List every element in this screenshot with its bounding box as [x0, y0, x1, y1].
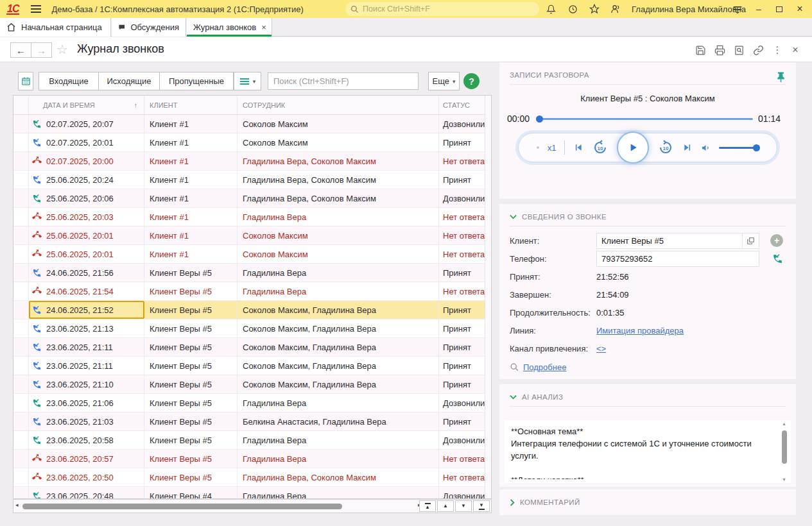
- table-row[interactable]: 23.06.2025, 21:11 Клиент Веры #5 Соколов…: [13, 338, 491, 357]
- forward-10-icon[interactable]: 10: [657, 139, 674, 156]
- table-row[interactable]: 02.07.2025, 20:00 Клиент #1 Гладилина Ве…: [13, 152, 491, 171]
- field-client: Клиент: Клиент Веры #5 +: [510, 232, 786, 250]
- comment-header[interactable]: КОММЕНТАРИЙ: [499, 489, 796, 511]
- scroll-up-icon[interactable]: ▲: [782, 421, 786, 426]
- svg-text:10: 10: [598, 146, 604, 151]
- minimize-icon[interactable]: –: [753, 3, 764, 15]
- table-row[interactable]: 23.06.2025, 21:06 Клиент Веры #5 Гладили…: [13, 394, 491, 412]
- progress-handle[interactable]: [536, 115, 543, 123]
- scroll-down-icon[interactable]: ▼: [782, 477, 786, 482]
- save-icon[interactable]: [695, 44, 706, 56]
- table-row[interactable]: 25.06.2025, 20:01 Клиент #1 Соколов Макс…: [13, 226, 491, 245]
- more-actions-icon[interactable]: ⋮: [772, 44, 783, 56]
- main-content: Входящие Исходящие Пропущенные ▾ Еще ▾ ?…: [0, 62, 812, 526]
- horizontal-scrollbar-thumb[interactable]: [22, 504, 342, 509]
- row-up-button[interactable]: ▲: [437, 500, 454, 512]
- main-menu-icon[interactable]: [31, 5, 41, 13]
- channel-link[interactable]: <>: [596, 344, 606, 353]
- table-row[interactable]: 23.06.2025, 20:58 Клиент Веры #5 Гладили…: [13, 431, 491, 450]
- ai-scrollbar[interactable]: ▲ ▼: [781, 421, 788, 482]
- period-calendar-button[interactable]: [18, 72, 33, 90]
- list-search-input[interactable]: [268, 72, 419, 90]
- print-icon[interactable]: [714, 44, 725, 56]
- table-row[interactable]: 25.06.2025, 20:06 Клиент #1 Гладилина Ве…: [13, 189, 491, 208]
- table-row[interactable]: 24.06.2025, 21:52 Клиент Веры #5 Соколов…: [13, 301, 491, 319]
- play-button[interactable]: [617, 132, 649, 164]
- drag-dot-icon: [537, 146, 539, 149]
- row-down-button[interactable]: ▼: [455, 500, 472, 512]
- table-row[interactable]: 02.07.2025, 20:07 Клиент #1 Соколов Макс…: [13, 115, 491, 133]
- maximize-icon[interactable]: [773, 3, 785, 15]
- go-last-row-button[interactable]: ▼: [473, 500, 490, 512]
- global-search[interactable]: [345, 2, 539, 16]
- current-user-name[interactable]: Гладилина Вера Михайловна: [632, 4, 746, 14]
- forward-button[interactable]: →: [31, 42, 52, 58]
- table-row[interactable]: 24.06.2025, 21:56 Клиент Веры #5 Гладили…: [13, 264, 491, 282]
- scroll-left-icon[interactable]: ◂: [15, 502, 19, 508]
- skip-previous-icon[interactable]: [573, 142, 583, 153]
- get-link-icon[interactable]: [752, 44, 764, 56]
- history-icon[interactable]: [567, 3, 578, 15]
- table-row[interactable]: 25.06.2025, 20:01 Клиент #1 Соколов Макс…: [13, 245, 491, 264]
- ai-scrollbar-thumb[interactable]: [782, 430, 787, 464]
- field-channel: Канал привлечения: <>: [510, 339, 786, 357]
- tab-home[interactable]: Начальная страница: [0, 18, 111, 37]
- home-icon: [6, 22, 16, 32]
- call-type-icon: [31, 286, 42, 296]
- rewind-10-icon[interactable]: 10: [592, 139, 609, 156]
- favorites-star-icon[interactable]: [589, 3, 600, 15]
- table-row[interactable]: 02.07.2025, 20:01 Клиент #1 Соколов Макс…: [13, 133, 491, 152]
- details-link[interactable]: Подробнее: [523, 362, 566, 372]
- more-button[interactable]: Еще ▾: [428, 72, 460, 90]
- column-header-status[interactable]: СТАТУС: [439, 96, 486, 114]
- back-button[interactable]: ←: [10, 42, 31, 58]
- tab-close-icon[interactable]: ×: [261, 22, 266, 32]
- preview-search-icon[interactable]: [733, 44, 745, 56]
- service-menu-icon[interactable]: [732, 3, 743, 15]
- pin-icon[interactable]: [776, 71, 786, 85]
- filter-outgoing-button[interactable]: Исходящие: [98, 72, 159, 90]
- table-row[interactable]: 23.06.2025, 21:03 Клиент Веры #5 Белкина…: [13, 412, 491, 431]
- vertical-scrollbar[interactable]: [485, 96, 491, 499]
- add-client-button[interactable]: +: [770, 234, 783, 247]
- table-row[interactable]: 25.06.2025, 20:03 Клиент #1 Гладилина Ве…: [13, 208, 491, 226]
- call-details-header[interactable]: СВЕДЕНИЯ О ЗВОНКЕ: [499, 204, 796, 226]
- window-close-icon[interactable]: ×: [794, 3, 806, 15]
- table-row[interactable]: 23.06.2025, 20:48 Клиент Веры #4 Гладили…: [13, 487, 491, 499]
- progress-slider[interactable]: [537, 118, 753, 120]
- line-link[interactable]: Имитация провайдера: [596, 326, 684, 335]
- table-row[interactable]: 23.06.2025, 21:11 Клиент Веры #5 Соколов…: [13, 357, 491, 375]
- playback-speed-button[interactable]: x1: [548, 143, 557, 153]
- filter-missed-button[interactable]: Пропущенные: [159, 72, 234, 90]
- tab-call-journal[interactable]: Журнал звонков ×: [187, 18, 272, 37]
- table-row[interactable]: 23.06.2025, 20:50 Клиент Веры #5 Гладили…: [13, 468, 491, 487]
- users-icon[interactable]: [610, 3, 621, 15]
- column-header-client[interactable]: КЛИЕНТ: [144, 96, 238, 114]
- table-row[interactable]: 24.06.2025, 21:54 Клиент Веры #5 Гладили…: [13, 282, 491, 301]
- volume-icon[interactable]: [701, 143, 711, 153]
- table-row[interactable]: 23.06.2025, 21:13 Клиент Веры #5 Соколов…: [13, 319, 491, 338]
- help-button[interactable]: ?: [463, 73, 479, 89]
- table-row[interactable]: 25.06.2025, 20:24 Клиент #1 Гладилина Ве…: [13, 171, 491, 189]
- volume-slider[interactable]: [719, 147, 759, 149]
- ai-analysis-header[interactable]: AI АНАЛИЗ: [499, 384, 796, 406]
- skip-next-icon[interactable]: [682, 142, 693, 153]
- list-settings-button[interactable]: ▾: [234, 72, 261, 90]
- column-header-datetime[interactable]: ДАТА И ВРЕМЯ ↑: [29, 96, 144, 114]
- add-favorite-star-icon[interactable]: ☆: [56, 42, 68, 57]
- phone-input[interactable]: 79375293652: [596, 251, 759, 267]
- table-row[interactable]: 23.06.2025, 20:57 Клиент Веры #5 Гладили…: [13, 450, 491, 468]
- call-type-icon: [31, 305, 42, 315]
- global-search-input[interactable]: [363, 4, 534, 13]
- notifications-bell-icon[interactable]: [545, 3, 557, 15]
- column-header-employee[interactable]: СОТРУДНИК: [238, 96, 439, 114]
- filter-incoming-button[interactable]: Входящие: [39, 72, 98, 90]
- client-input[interactable]: Клиент Веры #5: [596, 233, 759, 249]
- call-phone-icon[interactable]: [772, 253, 783, 264]
- tab-discussions[interactable]: Обсуждения: [112, 18, 186, 37]
- go-first-row-button[interactable]: ▲: [419, 500, 436, 512]
- open-client-icon[interactable]: [742, 233, 759, 248]
- form-close-icon[interactable]: ×: [790, 44, 801, 56]
- volume-handle[interactable]: [753, 144, 760, 151]
- table-row[interactable]: 23.06.2025, 21:10 Клиент Веры #5 Соколов…: [13, 375, 491, 394]
